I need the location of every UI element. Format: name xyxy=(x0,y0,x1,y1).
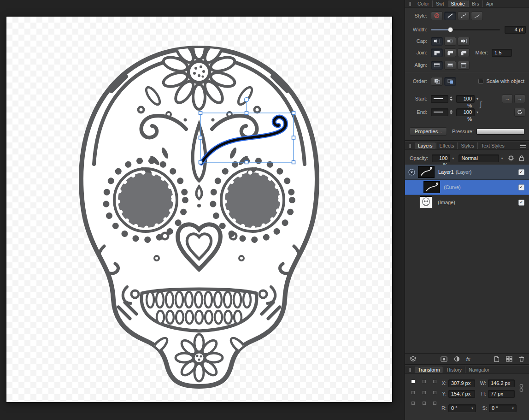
tab-stroke[interactable]: Stroke xyxy=(448,0,468,7)
layer-visibility-checkbox[interactable]: ✓ xyxy=(518,184,524,190)
shear-dropdown[interactable]: 0 °▾ xyxy=(489,404,517,412)
gear-icon[interactable] xyxy=(508,155,514,161)
handle-top-mid[interactable] xyxy=(245,112,248,115)
new-layer-icon[interactable] xyxy=(494,356,500,362)
panel-grip-icon[interactable] xyxy=(409,2,410,6)
pressure-profile[interactable] xyxy=(476,129,524,135)
end-preset-dropdown[interactable] xyxy=(431,108,453,116)
layer-thumbnail[interactable] xyxy=(423,181,440,193)
handle-top-left[interactable] xyxy=(199,112,202,115)
join-round-button[interactable] xyxy=(444,48,456,57)
line-preset-icon xyxy=(434,112,443,112)
end-scale-field[interactable]: 100 % ▾ xyxy=(456,108,478,116)
stroke-style-solid-button[interactable] xyxy=(444,12,456,20)
tab-styles[interactable]: Styles xyxy=(457,142,477,149)
rotation-handle[interactable] xyxy=(245,98,249,102)
handle-bottom-right[interactable] xyxy=(292,161,295,164)
h-input[interactable]: 77 px xyxy=(488,390,515,398)
arrowhead-start-button[interactable]: → xyxy=(502,95,513,103)
tab-appearance[interactable]: Apr xyxy=(482,0,497,7)
mask-layer-icon[interactable] xyxy=(441,356,447,362)
anchor-dot[interactable] xyxy=(423,391,426,394)
tab-text-styles[interactable]: Text Styles xyxy=(477,142,508,149)
handle-bottom-mid[interactable] xyxy=(245,161,248,164)
anchor-dot[interactable] xyxy=(433,391,436,394)
panel-menu-icon[interactable] xyxy=(520,144,526,148)
anchor-dot[interactable] xyxy=(411,380,415,383)
tab-color[interactable]: Color xyxy=(414,0,432,7)
layer-row-layer1[interactable]: Layer1(Layer) ✓ xyxy=(405,165,529,180)
x-input[interactable]: 307.9 px xyxy=(448,379,475,387)
anchor-dot[interactable] xyxy=(433,402,436,405)
stroke-style-dashed-button[interactable] xyxy=(458,12,470,20)
stroke-style-none-button[interactable] xyxy=(431,12,443,20)
rotation-dropdown[interactable]: 0 °▾ xyxy=(448,404,476,412)
order-behind-button[interactable] xyxy=(431,77,443,86)
layer-thumbnail[interactable] xyxy=(420,196,432,209)
layer-effects-icon[interactable]: fx xyxy=(466,356,470,362)
anchor-dot[interactable] xyxy=(433,380,436,383)
anchor-dot[interactable] xyxy=(423,402,426,405)
align-inside-button[interactable] xyxy=(444,61,456,70)
tab-swatches[interactable]: Swt xyxy=(432,0,447,7)
start-preset-stepper[interactable] xyxy=(450,96,453,101)
join-miter-button[interactable] xyxy=(431,48,443,57)
delete-layer-icon[interactable] xyxy=(519,356,524,362)
properties-button[interactable]: Properties... xyxy=(410,127,447,136)
order-front-button[interactable] xyxy=(444,77,456,86)
link-wh-icon[interactable] xyxy=(519,384,523,393)
expand-collapse-icon[interactable] xyxy=(408,169,415,176)
layer-row-curve[interactable]: (Curve) ✓ xyxy=(405,180,529,195)
w-input[interactable]: 146.2 px xyxy=(488,379,515,387)
handle-top-right[interactable] xyxy=(292,112,295,115)
tab-layers[interactable]: Layers xyxy=(415,142,436,149)
canvas-area[interactable] xyxy=(0,0,405,420)
tab-brushes[interactable]: Brs xyxy=(468,0,482,7)
start-scale-field[interactable]: 100 % ▾ xyxy=(456,95,478,103)
tab-effects[interactable]: Effects xyxy=(436,142,458,149)
tab-navigator[interactable]: Navigator xyxy=(465,367,493,373)
tab-transform[interactable]: Transform xyxy=(415,367,443,373)
lock-icon[interactable] xyxy=(519,155,524,161)
adjustment-layer-icon[interactable] xyxy=(454,356,460,362)
sync-arrowheads-button[interactable] xyxy=(514,108,525,117)
layer-visibility-checkbox[interactable]: ✓ xyxy=(518,169,524,175)
layer-visibility-checkbox[interactable]: ✓ xyxy=(518,200,524,206)
artboard[interactable] xyxy=(6,17,392,402)
handle-mid-left[interactable] xyxy=(199,136,202,139)
end-preset-stepper[interactable] xyxy=(450,110,453,114)
opacity-dropdown[interactable]: 100 % ▾ xyxy=(432,154,454,162)
arrowhead-end-button[interactable]: → xyxy=(514,95,525,103)
join-bevel-button[interactable] xyxy=(458,48,470,57)
stroke-style-brush-button[interactable] xyxy=(471,12,483,20)
cap-butt-button[interactable] xyxy=(431,37,443,46)
miter-input[interactable]: 1.5 xyxy=(492,49,512,57)
width-slider[interactable] xyxy=(431,29,500,30)
panel-grip-icon[interactable] xyxy=(409,368,410,372)
handle-bottom-left[interactable] xyxy=(199,161,202,164)
layers-stack-icon[interactable] xyxy=(410,356,417,362)
anchor-dot[interactable] xyxy=(411,391,415,394)
align-outside-button[interactable] xyxy=(458,61,470,70)
new-group-icon[interactable] xyxy=(506,356,512,362)
align-center-button[interactable] xyxy=(431,61,443,70)
layers-toolbar: fx xyxy=(405,353,529,364)
dropdown-arrow-icon: ▾ xyxy=(476,97,478,101)
start-preset-dropdown[interactable] xyxy=(431,95,453,103)
anchor-dot[interactable] xyxy=(423,380,426,383)
pressure-label: Pressure: xyxy=(452,129,474,134)
y-input[interactable]: 154.7 px xyxy=(448,390,475,398)
anchor-point-selector[interactable] xyxy=(411,380,436,405)
width-input[interactable]: 4 pt xyxy=(505,26,526,34)
cap-square-button[interactable] xyxy=(458,37,470,46)
panel-grip-icon[interactable] xyxy=(409,144,410,148)
cap-round-button[interactable] xyxy=(444,37,456,46)
tab-history[interactable]: History xyxy=(443,367,465,373)
width-slider-thumb[interactable] xyxy=(448,27,453,32)
layer-thumbnail[interactable] xyxy=(418,166,435,178)
anchor-dot[interactable] xyxy=(411,402,415,405)
scale-with-object-checkbox[interactable] xyxy=(478,79,483,84)
layer-row-image[interactable]: (Image) ✓ xyxy=(405,195,529,210)
handle-mid-right[interactable] xyxy=(292,136,295,139)
blend-mode-dropdown[interactable]: Normal ▾ xyxy=(458,154,503,162)
